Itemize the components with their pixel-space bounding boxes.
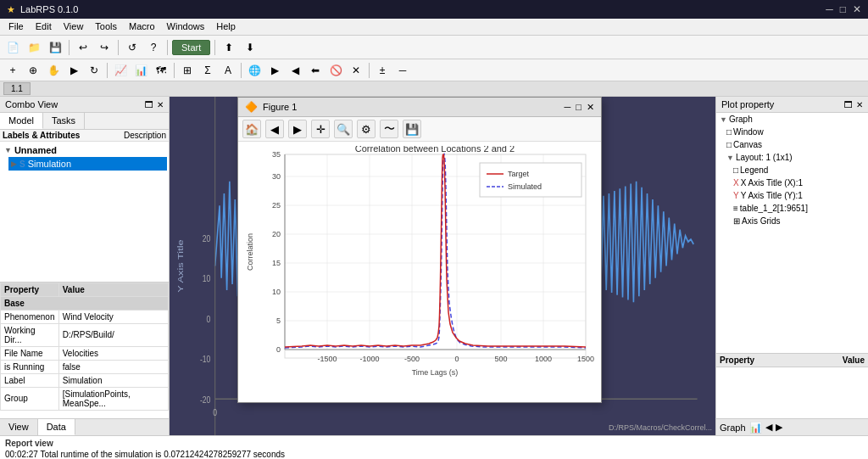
fig-pan-button[interactable]: ✛ [311, 120, 330, 138]
plus-minus-button[interactable]: ± [373, 61, 392, 80]
stop-button[interactable]: 🚫 [326, 61, 345, 80]
col-description: Description [124, 131, 166, 140]
tree-node-canvas[interactable]: □ Canvas [723, 138, 868, 151]
dash-button[interactable]: ─ [393, 61, 412, 80]
figure-maximize[interactable]: □ [576, 102, 581, 113]
menu-macro[interactable]: Macro [124, 20, 160, 33]
maximize-button[interactable]: □ [840, 3, 846, 15]
layout-label: Layout: 1 (1x1) [736, 153, 793, 162]
tab-view[interactable]: View [0, 419, 38, 435]
combo-view-close[interactable]: ✕ [157, 100, 164, 109]
svg-text:1000: 1000 [535, 355, 552, 363]
refresh-button[interactable]: ↺ [123, 38, 142, 57]
tab-model[interactable]: Model [0, 113, 43, 129]
svg-text:0: 0 [207, 314, 211, 324]
new-button[interactable]: 📄 [3, 38, 22, 57]
tab-tasks[interactable]: Tasks [43, 113, 85, 129]
unnamed-label: Unnamed [14, 145, 57, 155]
simulation-icon: S [19, 160, 25, 169]
tree-node-window[interactable]: □ Window [723, 126, 868, 138]
fig-curve-button[interactable]: 〜 [380, 120, 398, 138]
svg-text:0: 0 [213, 407, 217, 417]
arrow-left-button[interactable]: ◀ [286, 61, 304, 80]
globe-button[interactable]: 🌐 [245, 61, 264, 80]
export-button[interactable]: ⬆ [220, 38, 238, 57]
prop-row-label[interactable]: Label Simulation [1, 373, 169, 387]
view3d-button[interactable]: 🗺 [152, 61, 170, 80]
menu-edit[interactable]: Edit [31, 20, 57, 33]
prop-row-isrunning[interactable]: is Running false [1, 360, 169, 373]
svg-text:5: 5 [276, 316, 281, 325]
svg-text:Y Axis Title: Y Axis Title [176, 239, 185, 292]
svg-text:Correlation between Locations : Correlation between Locations 2 and 2 [355, 146, 515, 154]
fig-home-button[interactable]: 🏠 [242, 120, 261, 138]
figure-title: Figure 1 [263, 102, 297, 112]
right-panel-float[interactable]: 🗖 [844, 100, 853, 109]
yaxis-label: Y Axis Title (Y):1 [741, 191, 803, 200]
line-button[interactable]: 📈 [111, 61, 130, 80]
undo-button[interactable]: ↩ [74, 38, 92, 57]
help-button[interactable]: ? [144, 38, 163, 57]
tree-node-table[interactable]: ≡ table_1_2[1:9651] [730, 202, 868, 215]
bar-button[interactable]: 📊 [131, 61, 150, 80]
select-button[interactable]: ▶ [64, 61, 83, 80]
svg-text:20: 20 [272, 230, 281, 238]
tree-node-graph[interactable]: ▼ Graph [716, 113, 868, 126]
menu-view[interactable]: View [58, 20, 89, 33]
fig-settings-button[interactable]: ⚙ [357, 120, 376, 138]
svg-text:10: 10 [272, 288, 281, 296]
menu-file[interactable]: File [3, 20, 29, 33]
graph-nav-right[interactable]: ▶ [776, 422, 782, 433]
prop-row-group[interactable]: Group [SimulationPoints, MeanSpe... [1, 387, 169, 410]
tree-col-headers: Labels & Attributes Description [0, 130, 169, 142]
minimize-button[interactable]: ─ [826, 3, 833, 15]
graph-nav-left[interactable]: ◀ [765, 422, 772, 433]
menu-windows[interactable]: Windows [162, 20, 210, 33]
right-panel-controls: 🗖 ✕ [844, 100, 863, 109]
fig-back-button[interactable]: ◀ [265, 120, 284, 138]
import-button[interactable]: ⬇ [241, 38, 259, 57]
figure-icon: 🔶 [245, 101, 258, 113]
tree-simulation[interactable]: ▶ S Simulation [8, 157, 167, 171]
menu-tools[interactable]: Tools [90, 20, 122, 33]
tree-node-legend[interactable]: □ Legend [730, 164, 868, 176]
table-button[interactable]: ⊞ [178, 61, 197, 80]
prop-row-workingdir[interactable]: Working Dir... D:/RPS/Build/ [1, 323, 169, 346]
right-panel-close[interactable]: ✕ [856, 100, 863, 109]
prop-row-filename[interactable]: File Name Velocities [1, 346, 169, 360]
sep4 [214, 40, 215, 55]
figure-close[interactable]: ✕ [587, 102, 594, 113]
arrow-right-button[interactable]: ▶ [265, 61, 284, 80]
yaxis-icon: Y [733, 191, 739, 200]
close-button[interactable]: ✕ [853, 3, 861, 15]
text-button[interactable]: A [219, 61, 237, 80]
svg-text:Time Lags (s): Time Lags (s) [412, 368, 459, 377]
start-button[interactable]: Start [172, 40, 210, 55]
add-button[interactable]: + [3, 61, 22, 80]
menu-help[interactable]: Help [211, 20, 241, 33]
simulation-chevron: ▶ [11, 160, 17, 168]
prop-workingdir-key: Working Dir... [1, 323, 59, 346]
x-button[interactable]: ✕ [347, 61, 365, 80]
combo-view-float[interactable]: 🗖 [145, 100, 153, 109]
tree-node-yaxis[interactable]: Y Y Axis Title (Y):1 [730, 189, 868, 202]
crosshair-button[interactable]: ⊕ [24, 61, 42, 80]
save-button[interactable]: 💾 [46, 38, 64, 57]
prop-row-phenomenon[interactable]: Phenomenon Wind Velocity [1, 310, 169, 323]
tree-node-axis-grids[interactable]: ⊞ Axis Grids [730, 215, 868, 227]
tab-1-1[interactable]: 1.1 [3, 82, 31, 95]
fig-zoom-button[interactable]: 🔍 [334, 120, 353, 138]
tree-node-xaxis[interactable]: X X Axis Title (X):1 [730, 176, 868, 189]
open-button[interactable]: 📁 [25, 38, 43, 57]
rotate-button[interactable]: ↻ [85, 61, 103, 80]
figure-minimize[interactable]: ─ [565, 102, 571, 113]
nav-button[interactable]: ⬅ [306, 61, 325, 80]
fig-forward-button[interactable]: ▶ [288, 120, 307, 138]
sigma-button[interactable]: Σ [198, 61, 217, 80]
move-button[interactable]: ✋ [44, 61, 63, 80]
tab-data[interactable]: Data [38, 419, 75, 435]
fig-save-button[interactable]: 💾 [403, 120, 421, 138]
redo-button[interactable]: ↪ [95, 38, 114, 57]
tree-unnamed[interactable]: ▼ Unnamed [2, 143, 167, 157]
tree-node-layout[interactable]: ▼ Layout: 1 (1x1) [723, 151, 868, 164]
